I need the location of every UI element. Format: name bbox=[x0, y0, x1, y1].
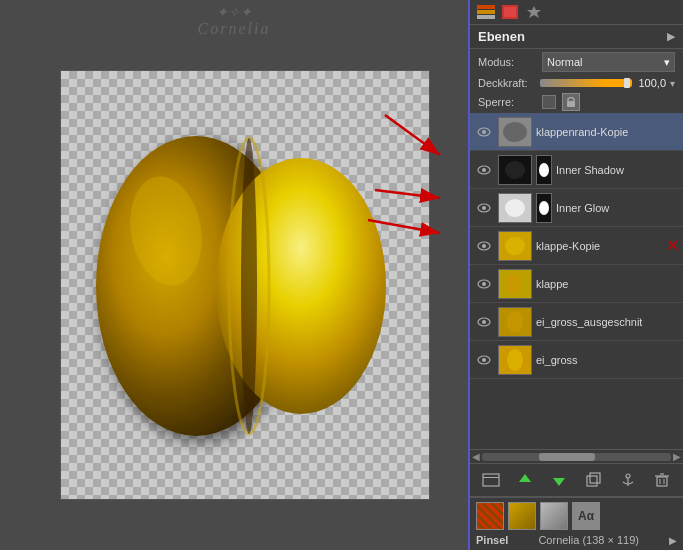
layer-item[interactable]: ei_gross_ausgeschnit bbox=[470, 303, 683, 341]
layer-item[interactable]: Inner Glow bbox=[470, 189, 683, 227]
opacity-slider[interactable] bbox=[540, 79, 632, 87]
layer-item[interactable]: Inner Shadow bbox=[470, 151, 683, 189]
layer-thumbnail bbox=[498, 155, 532, 185]
opacity-label: Deckkraft: bbox=[478, 77, 536, 89]
svg-rect-15 bbox=[567, 101, 575, 107]
brush-label: Pinsel bbox=[476, 534, 508, 546]
svg-point-4 bbox=[241, 138, 257, 434]
checkered-bg bbox=[61, 71, 429, 499]
layer-name: klappe-Kopie bbox=[536, 240, 666, 252]
move-down-button[interactable] bbox=[547, 468, 571, 492]
layer-thumbnail bbox=[498, 345, 532, 375]
svg-point-19 bbox=[503, 122, 527, 142]
layer-item[interactable]: klappenrand-Kopie bbox=[470, 113, 683, 151]
opacity-row: Deckkraft: 100,0 ▾ bbox=[470, 75, 683, 91]
layers-header: Ebenen ▶ bbox=[470, 25, 683, 49]
opacity-value: 100,0 bbox=[636, 77, 666, 89]
layer-visibility-toggle[interactable] bbox=[474, 236, 494, 256]
svg-point-37 bbox=[482, 320, 486, 324]
layer-mask-thumbnail bbox=[536, 155, 552, 185]
anchor-button[interactable] bbox=[616, 468, 640, 492]
watermark: ✦✧✦Cornelia bbox=[198, 5, 271, 38]
layer-thumbnail bbox=[498, 117, 532, 147]
color-tab-icon[interactable] bbox=[500, 4, 520, 20]
layers-tab-icon[interactable] bbox=[476, 4, 496, 20]
brush-panel: Aα Pinsel Cornelia (138 × 119) ▶ bbox=[470, 496, 683, 550]
panel-icon-tabs bbox=[470, 0, 683, 25]
layer-item[interactable]: klappe bbox=[470, 265, 683, 303]
layer-visibility-toggle[interactable] bbox=[474, 160, 494, 180]
scrollbar-track[interactable] bbox=[482, 453, 671, 461]
svg-point-23 bbox=[505, 161, 525, 179]
layer-delete-icon[interactable]: ✕ bbox=[666, 236, 679, 255]
layer-thumbnail bbox=[498, 307, 532, 337]
mode-row: Modus: Normal ▾ bbox=[470, 49, 683, 75]
layers-title: Ebenen bbox=[478, 29, 525, 44]
duplicate-button[interactable] bbox=[582, 468, 606, 492]
svg-point-39 bbox=[507, 311, 523, 333]
layer-visibility-toggle[interactable] bbox=[474, 312, 494, 332]
lock-icon[interactable] bbox=[562, 93, 580, 111]
svg-rect-11 bbox=[477, 15, 495, 19]
scroll-left-arrow[interactable]: ◀ bbox=[472, 451, 480, 462]
mode-value: Normal bbox=[547, 56, 582, 68]
layer-visibility-toggle[interactable] bbox=[474, 122, 494, 142]
layers-expand-icon[interactable]: ▶ bbox=[667, 30, 675, 43]
layer-item[interactable]: klappe-Kopie ✕ bbox=[470, 227, 683, 265]
svg-rect-44 bbox=[483, 474, 499, 486]
new-layer-button[interactable] bbox=[479, 468, 503, 492]
layers-toolbar bbox=[470, 463, 683, 496]
layer-item[interactable]: ei_gross bbox=[470, 341, 683, 379]
svg-rect-9 bbox=[477, 5, 495, 9]
layer-visibility-toggle[interactable] bbox=[474, 198, 494, 218]
layer-name: klappe bbox=[536, 278, 679, 290]
svg-point-43 bbox=[507, 349, 523, 371]
svg-rect-10 bbox=[477, 10, 495, 14]
svg-rect-49 bbox=[590, 473, 600, 483]
lock-row: Sperre: bbox=[470, 91, 683, 113]
svg-point-27 bbox=[505, 199, 525, 217]
layers-scrollbar[interactable]: ◀ ▶ bbox=[470, 449, 683, 463]
opacity-arrow: ▾ bbox=[670, 78, 675, 89]
layer-name: klappenrand-Kopie bbox=[536, 126, 679, 138]
layer-visibility-toggle[interactable] bbox=[474, 274, 494, 294]
svg-marker-47 bbox=[553, 478, 565, 486]
svg-marker-46 bbox=[519, 474, 531, 482]
layer-mask-thumbnail bbox=[536, 193, 552, 223]
scrollbar-thumb[interactable] bbox=[539, 453, 596, 461]
mode-label: Modus: bbox=[478, 56, 536, 68]
svg-point-25 bbox=[482, 206, 486, 210]
lock-label: Sperre: bbox=[478, 96, 536, 108]
svg-rect-13 bbox=[504, 7, 516, 17]
move-up-button[interactable] bbox=[513, 468, 537, 492]
mode-dropdown-arrow: ▾ bbox=[664, 56, 670, 69]
svg-point-35 bbox=[505, 273, 521, 295]
svg-point-33 bbox=[482, 282, 486, 286]
mode-dropdown[interactable]: Normal ▾ bbox=[542, 52, 675, 72]
layer-visibility-toggle[interactable] bbox=[474, 350, 494, 370]
layer-thumbnail bbox=[498, 231, 532, 261]
scroll-right-arrow[interactable]: ▶ bbox=[673, 451, 681, 462]
delete-layer-button[interactable] bbox=[650, 468, 674, 492]
lock-checkbox[interactable] bbox=[542, 95, 556, 109]
layers-list[interactable]: klappenrand-Kopie Inner Shadow bbox=[470, 113, 683, 449]
svg-point-31 bbox=[505, 237, 525, 255]
swatch-gray[interactable] bbox=[540, 502, 568, 530]
svg-marker-14 bbox=[527, 6, 541, 18]
layer-name: ei_gross bbox=[536, 354, 679, 366]
swatch-texture[interactable] bbox=[476, 502, 504, 530]
swatch-text[interactable]: Aα bbox=[572, 502, 600, 530]
settings-tab-icon[interactable] bbox=[524, 4, 544, 20]
egg-illustration bbox=[81, 91, 421, 481]
svg-rect-45 bbox=[483, 477, 499, 478]
svg-point-21 bbox=[482, 168, 486, 172]
swatch-gold[interactable] bbox=[508, 502, 536, 530]
brush-expand-icon[interactable]: ▶ bbox=[669, 535, 677, 546]
svg-point-41 bbox=[482, 358, 486, 362]
canvas-frame bbox=[60, 70, 430, 500]
layer-thumbnail bbox=[498, 269, 532, 299]
layer-name: ei_gross_ausgeschnit bbox=[536, 316, 679, 328]
layer-thumbnail bbox=[498, 193, 532, 223]
right-panel: Ebenen ▶ Modus: Normal ▾ Deckkraft: 100,… bbox=[468, 0, 683, 550]
brush-swatches: Aα bbox=[476, 502, 677, 530]
